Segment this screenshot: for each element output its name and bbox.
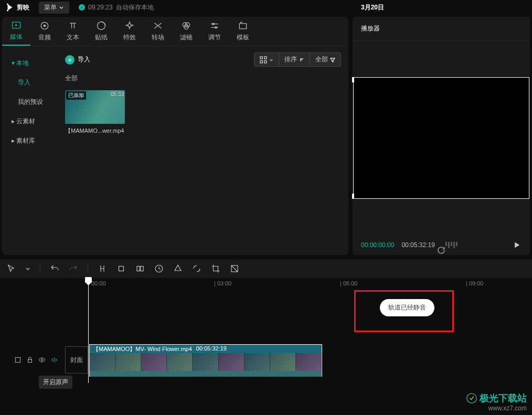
filter-icon <box>330 57 335 62</box>
timeline-scale-icon[interactable] <box>445 242 457 248</box>
sidebar-item-library[interactable]: ▸ 素材库 <box>2 131 58 151</box>
svg-point-23 <box>41 359 43 361</box>
tab-text[interactable]: 文本 <box>59 17 87 46</box>
undo-button[interactable] <box>50 264 59 273</box>
autosave-time: 09:29:23 <box>88 4 113 11</box>
tab-audio[interactable]: 音频 <box>30 17 59 46</box>
mirror-tool[interactable] <box>192 264 201 273</box>
ruler-tick: | 03:00 <box>214 280 231 286</box>
svg-rect-22 <box>28 359 32 362</box>
tab-sticker[interactable]: 贴纸 <box>87 17 115 46</box>
svg-rect-12 <box>260 56 262 58</box>
tab-template[interactable]: 模板 <box>229 17 257 46</box>
svg-rect-13 <box>264 56 267 58</box>
player-title: 播放器 <box>353 17 530 41</box>
svg-rect-17 <box>137 267 140 271</box>
adjust-icon <box>209 20 220 31</box>
sort-button[interactable]: 排序 <box>279 52 310 67</box>
delete-right-tool[interactable] <box>135 264 145 273</box>
added-badge: 已添加 <box>66 91 86 100</box>
tooltip: 开启原声 <box>39 376 72 389</box>
tab-adjust[interactable]: 调节 <box>200 17 229 46</box>
sort-icon <box>299 57 304 62</box>
check-icon: ✓ <box>79 4 85 10</box>
ruler-tick: | 06:00 <box>340 280 357 286</box>
split-tool[interactable] <box>98 264 107 273</box>
svg-point-4 <box>44 25 45 26</box>
svg-rect-11 <box>239 24 246 29</box>
crop-tool[interactable] <box>211 264 220 273</box>
svg-rect-14 <box>260 60 262 62</box>
ruler-tick: 00:00 <box>91 280 106 286</box>
watermark: 极光下载站 www.xz7.com <box>466 392 527 412</box>
sidebar-item-preset[interactable]: 我的预设 <box>2 92 58 112</box>
timeline-clip[interactable]: 【MAMAMOO】MV- Wind Flower.mp4 00:05:32:19 <box>89 344 322 377</box>
play-button[interactable] <box>512 240 522 250</box>
mute-icon[interactable] <box>50 356 58 364</box>
svg-point-24 <box>467 393 476 403</box>
eye-icon[interactable] <box>38 356 46 364</box>
ruler-tick: | 09:00 <box>466 280 483 286</box>
clip-name: 【MAMAMOO】MV- Wind Flower.mp4 <box>93 345 192 353</box>
media-thumbnail[interactable]: 已添加 05:33 【MAMAMO...wer.mp4 <box>65 90 125 135</box>
current-time: 00:00:00:00 <box>361 241 394 249</box>
menu-button[interactable]: 菜单 <box>39 2 69 14</box>
svg-rect-16 <box>119 267 124 271</box>
cover-button[interactable]: 封面 <box>65 346 88 374</box>
sidebar-item-cloud[interactable]: ▸ 云素材 <box>2 112 58 131</box>
toast-message: 轨道已经静音 <box>380 299 434 316</box>
plus-icon: + <box>65 55 75 65</box>
project-title: 3月20日 <box>361 3 384 12</box>
view-grid-button[interactable] <box>254 52 279 67</box>
track-settings-icon[interactable] <box>14 356 22 364</box>
all-label: 全部 <box>65 74 341 83</box>
refresh-icon[interactable] <box>437 246 446 255</box>
effect-icon <box>124 20 135 31</box>
tab-transition[interactable]: 转场 <box>144 17 172 46</box>
svg-rect-18 <box>141 267 143 271</box>
tab-filter[interactable]: 滤镜 <box>172 17 200 46</box>
audio-icon <box>39 20 50 31</box>
grid-icon <box>260 56 267 63</box>
tab-media[interactable]: 媒体 <box>2 17 30 46</box>
freeze-tool[interactable] <box>230 264 239 273</box>
template-icon <box>238 20 248 31</box>
pointer-tool[interactable] <box>6 264 16 273</box>
player-canvas[interactable] <box>353 77 529 199</box>
total-time: 00:05:32:19 <box>401 241 434 249</box>
delete-left-tool[interactable] <box>116 264 126 273</box>
sticker-icon <box>96 20 107 31</box>
redo-button[interactable] <box>69 264 78 273</box>
watermark-icon <box>466 392 477 404</box>
media-icon <box>11 20 22 30</box>
filter-all-button[interactable]: 全部 <box>310 52 341 67</box>
thumbnail-name: 【MAMAMO...wer.mp4 <box>65 127 125 135</box>
transition-icon <box>153 20 163 31</box>
svg-rect-15 <box>264 60 267 62</box>
filter-icon <box>181 20 191 31</box>
svg-rect-21 <box>15 357 20 362</box>
chevron-down-icon <box>269 58 273 62</box>
sidebar-item-import[interactable]: 导入 <box>2 73 58 92</box>
lock-icon[interactable] <box>26 356 34 364</box>
text-icon <box>68 20 78 31</box>
svg-point-0 <box>7 4 8 5</box>
duration-label: 05:33 <box>111 91 124 97</box>
tab-effect[interactable]: 特效 <box>115 17 144 46</box>
sidebar-item-local[interactable]: ▾ 本地 <box>2 54 58 73</box>
reverse-tool[interactable] <box>173 264 183 273</box>
speed-tool[interactable] <box>154 264 164 273</box>
app-logo: 剪映 <box>5 3 29 12</box>
svg-point-1 <box>7 10 8 12</box>
import-button[interactable]: + 导入 <box>65 55 90 65</box>
autosave-text: 自动保存本地 <box>116 3 154 12</box>
clip-duration: 00:05:32:19 <box>196 345 227 353</box>
timeline-ruler[interactable]: 00:00 | 03:00 | 06:00 | 09:00 <box>88 278 532 290</box>
chevron-down-icon <box>59 5 64 10</box>
chevron-down-icon[interactable] <box>25 266 30 271</box>
